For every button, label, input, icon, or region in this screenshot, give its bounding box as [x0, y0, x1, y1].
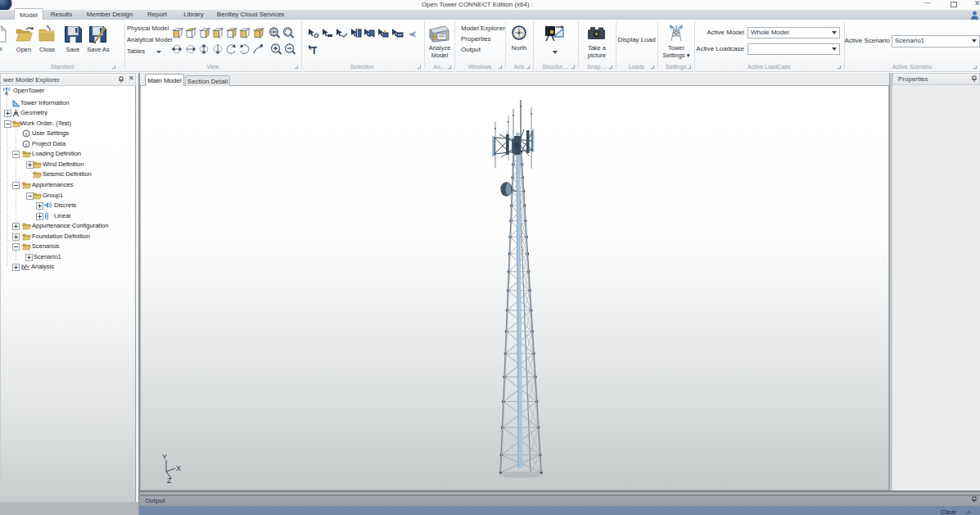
svg-text:X: X — [176, 464, 181, 472]
svg-text:Y: Y — [162, 454, 167, 461]
svg-text:Z: Z — [167, 477, 172, 483]
svg-text:i: i — [25, 131, 27, 138]
svg-text:T: T — [311, 45, 318, 55]
svg-text:i: i — [25, 141, 27, 147]
